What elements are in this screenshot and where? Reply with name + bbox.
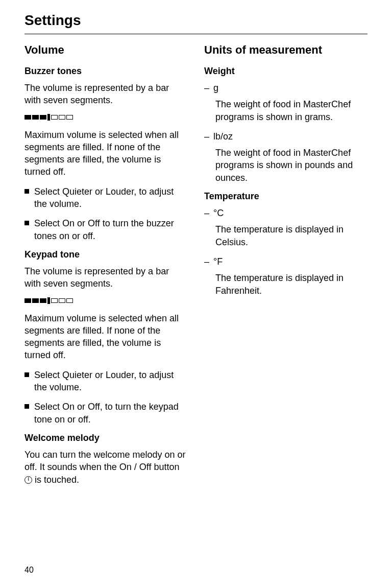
content-columns: Volume Buzzer tones The volume is repres… [24,43,368,493]
lb-label: lb/oz [213,130,233,143]
keypad-bullet-1: Select Quieter or Louder, to adjust the … [24,369,188,394]
volume-seg-1 [24,298,31,303]
keypad-bullet-2: Select On or Off, to turn the keypad ton… [24,401,188,426]
volume-seg-3 [40,298,46,303]
louder-option: Louder [106,186,134,197]
volume-seg-mid [47,114,50,121]
f-desc: The temperature is displayed in Fahrenhe… [215,272,368,297]
lb-desc: The weight of food in MasterChef program… [215,147,368,184]
square-bullet-icon [24,189,29,194]
buzzer-intro: The volume is represented by a bar with … [24,82,188,107]
kb1-pre: Select [34,370,62,380]
right-column: Units of measurement Weight – g The weig… [204,43,368,493]
volume-bar-icon [24,114,188,121]
b2-mid: or [75,218,88,228]
b1-mid: or [92,186,106,197]
buzzer-b1-text: Select Quieter or Louder, to adjust the … [34,185,188,210]
temp-heading: Temperature [204,191,368,202]
temp-c-item: – °C [204,207,368,219]
keypad-intro: The volume is represented by a bar with … [24,265,188,290]
left-column: Volume Buzzer tones The volume is repres… [24,43,188,493]
square-bullet-icon [24,372,29,377]
quieter-option: Quieter [62,370,92,380]
title-divider [24,34,368,34]
volume-seg-7 [66,298,73,303]
c-label: °C [213,207,224,219]
buzzer-b2-text: Select On or Off to turn the buzzer tone… [34,217,188,242]
keypad-b1-text: Select Quieter or Louder, to adjust the … [34,369,188,394]
power-icon [24,476,32,484]
off-option: Off [88,402,100,412]
g-label: g [213,82,218,94]
volume-seg-3 [40,115,46,120]
welcome-pre: You can turn the welcome melody on or of… [24,450,186,472]
volume-seg-5 [51,115,58,120]
kb2-mid: or [75,402,88,412]
g-desc: The weight of food in MasterChef program… [215,98,368,123]
louder-option: Louder [106,370,134,380]
volume-seg-2 [32,115,39,120]
buzzer-bullets: Select Quieter or Louder, to adjust the … [24,185,188,242]
volume-seg-7 [66,115,73,120]
off-option: Off [88,218,100,228]
dash-icon: – [204,207,209,219]
keypad-desc: Maximum volume is selected when all segm… [24,312,188,362]
page-title: Settings [24,12,368,29]
keypad-b2-text: Select On or Off, to turn the keypad ton… [34,401,188,426]
kb1-mid: or [92,370,106,380]
square-bullet-icon [24,221,29,225]
b2-pre: Select [34,218,62,228]
on-option: On [62,402,75,412]
f-label: °F [213,255,223,268]
volume-seg-2 [32,298,39,303]
square-bullet-icon [24,404,29,409]
page-number: 40 [24,566,34,575]
weight-g-item: – g [204,82,368,94]
volume-seg-5 [51,298,58,303]
dash-icon: – [204,255,209,268]
b1-pre: Select [34,186,62,197]
volume-seg-1 [24,115,31,120]
dash-icon: – [204,82,209,94]
on-option: On [62,218,75,228]
c-desc: The temperature is displayed in Celsius. [215,223,368,248]
buzzer-desc: Maximum volume is selected when all segm… [24,129,188,178]
volume-seg-6 [59,115,65,120]
welcome-heading: Welcome melody [24,433,188,443]
volume-seg-mid [47,297,50,304]
volume-heading: Volume [24,43,188,57]
weight-heading: Weight [204,66,368,77]
buzzer-bullet-2: Select On or Off to turn the buzzer tone… [24,217,188,242]
keypad-heading: Keypad tone [24,249,188,260]
quieter-option: Quieter [62,186,92,197]
temp-f-item: – °F [204,255,368,268]
dash-icon: – [204,130,209,143]
weight-lb-item: – lb/oz [204,130,368,143]
kb2-pre: Select [34,402,62,412]
buzzer-heading: Buzzer tones [24,66,188,77]
units-heading: Units of measurement [204,43,368,57]
volume-bar-icon [24,297,188,304]
keypad-bullets: Select Quieter or Louder, to adjust the … [24,369,188,426]
buzzer-bullet-1: Select Quieter or Louder, to adjust the … [24,185,188,210]
volume-seg-6 [59,298,65,303]
welcome-desc: You can turn the welcome melody on or of… [24,449,188,486]
welcome-post: is touched. [32,475,79,485]
